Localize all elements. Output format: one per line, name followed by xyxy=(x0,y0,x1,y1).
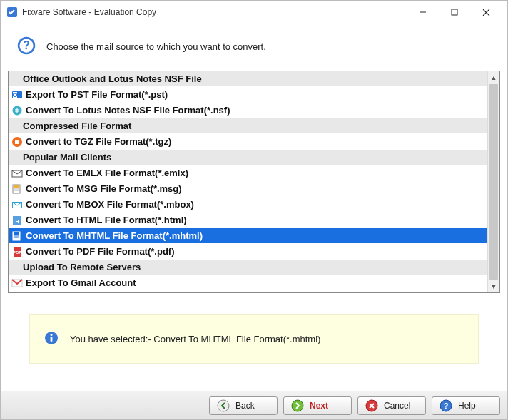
selection-message: You have selected:- Convert To MHTML Fil… xyxy=(70,334,320,344)
svg-text:PDF: PDF xyxy=(13,250,21,255)
row-label: Convert To HTML File Format(*.html) xyxy=(26,215,187,225)
help-label: Help xyxy=(458,401,492,411)
next-arrow-icon xyxy=(291,399,304,412)
list-section-header: Upload To Remote Servers xyxy=(9,260,487,275)
svg-point-31 xyxy=(51,334,53,336)
scroll-thumb[interactable] xyxy=(489,84,498,280)
html-icon: H xyxy=(11,215,23,226)
titlebar: Fixvare Software - Evaluation Copy xyxy=(1,1,507,24)
list-section-header: Popular Mail Clients xyxy=(9,150,487,165)
nsf-icon xyxy=(11,105,23,116)
list-item[interactable]: Convert To MSG File Format(*.msg) xyxy=(9,181,487,197)
list-section-header: Office Outlook and Lotus Notes NSF File xyxy=(9,71,487,87)
instruction-text: Choose the mail source to which you want… xyxy=(46,41,266,52)
svg-text:H: H xyxy=(15,219,19,224)
conversion-list: Office Outlook and Lotus Notes NSF FileE… xyxy=(9,71,487,292)
cancel-label: Cancel xyxy=(384,401,418,411)
scroll-up-icon[interactable]: ▲ xyxy=(488,71,499,83)
back-arrow-icon xyxy=(217,399,230,412)
list-item[interactable]: Convert to TGZ File Format(*.tgz) xyxy=(9,134,487,150)
gmail-icon xyxy=(11,277,23,289)
svg-text:?: ? xyxy=(444,401,449,410)
footer: Back Next Cancel ? Help xyxy=(1,391,507,419)
svg-rect-32 xyxy=(51,337,53,342)
pdf-icon: PDF xyxy=(11,246,23,257)
app-icon xyxy=(6,6,18,18)
row-label: Convert To EMLX File Format(*.emlx) xyxy=(26,168,188,178)
row-label: Office Outlook and Lotus Notes NSF File xyxy=(23,73,202,84)
help-icon: ? xyxy=(440,399,452,412)
cancel-button[interactable]: Cancel xyxy=(357,396,426,415)
svg-rect-2 xyxy=(452,9,457,15)
list-section-header: Compressed File Format xyxy=(9,118,487,134)
list-item[interactable]: Convert To MBOX File Format(*.mbox) xyxy=(9,197,487,212)
row-label: Convert To Lotus Notes NSF File Format(*… xyxy=(26,105,230,116)
instruction-header: ? Choose the mail source to which you wa… xyxy=(1,24,507,71)
row-label: Popular Mail Clients xyxy=(23,152,111,163)
list-item[interactable]: Convert To MHTML File Format(*.mhtml) xyxy=(9,228,487,244)
svg-point-34 xyxy=(292,400,303,411)
next-button[interactable]: Next xyxy=(283,396,352,415)
help-button[interactable]: ? Help xyxy=(432,396,500,415)
window-title: Fixvare Software - Evaluation Copy xyxy=(22,7,407,17)
list-item[interactable]: Export To PST File Format(*.pst) xyxy=(9,87,487,103)
back-label: Back xyxy=(235,401,270,411)
row-label: Convert To MHTML File Format(*.mhtml) xyxy=(26,230,203,241)
cancel-icon xyxy=(365,399,378,412)
list-item[interactable]: Convert To Lotus Notes NSF File Format(*… xyxy=(9,103,487,118)
list-item[interactable]: Export To Gmail Account xyxy=(9,275,487,291)
conversion-list-container: Office Outlook and Lotus Notes NSF FileE… xyxy=(8,71,500,293)
emlx-icon xyxy=(11,168,23,179)
svg-point-33 xyxy=(218,400,229,411)
svg-text:?: ? xyxy=(23,39,30,51)
list-item[interactable]: Convert To EMLX File Format(*.emlx) xyxy=(9,165,487,181)
scrollbar[interactable]: ▲ ▼ xyxy=(487,71,499,292)
outlook-icon xyxy=(11,89,23,101)
svg-rect-24 xyxy=(14,232,19,235)
info-icon xyxy=(44,331,59,347)
row-label: Upload To Remote Servers xyxy=(23,262,141,272)
maximize-button[interactable] xyxy=(439,1,470,23)
question-icon: ? xyxy=(16,36,36,58)
svg-rect-16 xyxy=(14,185,19,188)
row-label: Export To Gmail Account xyxy=(26,277,136,288)
mbox-icon xyxy=(11,199,23,210)
next-label: Next xyxy=(310,401,344,411)
close-button[interactable] xyxy=(470,1,502,23)
svg-rect-13 xyxy=(15,140,19,144)
row-label: Export To PST File Format(*.pst) xyxy=(26,89,168,100)
row-label: Convert To MSG File Format(*.msg) xyxy=(26,183,182,194)
list-item[interactable]: PDFConvert To PDF File Format(*.pdf) xyxy=(9,244,487,260)
row-label: Convert to TGZ File Format(*.tgz) xyxy=(26,136,171,147)
selection-info: You have selected:- Convert To MHTML Fil… xyxy=(29,314,479,364)
mhtml-icon xyxy=(11,230,23,242)
minimize-button[interactable] xyxy=(407,1,439,23)
list-item[interactable]: HConvert To HTML File Format(*.html) xyxy=(9,212,487,228)
row-label: Convert To MBOX File Format(*.mbox) xyxy=(26,199,194,210)
msg-icon xyxy=(11,183,23,195)
row-label: Convert To PDF File Format(*.pdf) xyxy=(26,246,174,257)
back-button[interactable]: Back xyxy=(209,396,278,415)
scroll-down-icon[interactable]: ▼ xyxy=(488,280,499,292)
row-label: Compressed File Format xyxy=(23,121,131,131)
tgz-icon xyxy=(11,136,23,148)
